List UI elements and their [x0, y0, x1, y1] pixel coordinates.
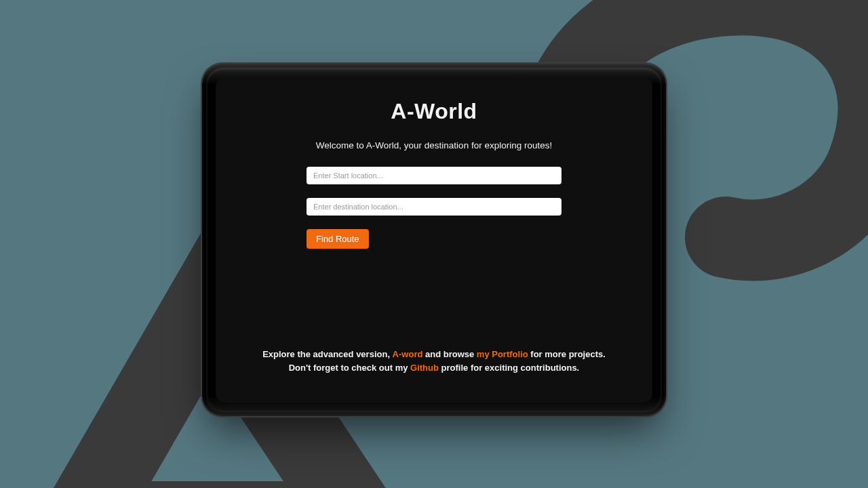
page-title: A-World — [391, 99, 477, 124]
app-screen: A-World Welcome to A-World, your destina… — [216, 77, 652, 403]
link-aword[interactable]: A-word — [393, 349, 423, 359]
tablet-frame: A-World Welcome to A-World, your destina… — [202, 64, 666, 416]
footer-text-segment: Don't forget to check out my — [289, 363, 410, 373]
link-portfolio[interactable]: my Portfolio — [477, 349, 528, 359]
find-route-button[interactable]: Find Route — [307, 229, 369, 249]
footer-text-segment: profile for exciting contributions. — [439, 363, 579, 373]
footer-text: Explore the advanced version, A-word and… — [216, 348, 652, 374]
footer-text-segment: for more projects. — [528, 349, 606, 359]
route-form: Find Route — [307, 167, 561, 249]
link-github[interactable]: Github — [410, 363, 439, 373]
start-location-input[interactable] — [307, 167, 561, 184]
page-subtitle: Welcome to A-World, your destination for… — [316, 140, 552, 150]
footer-text-segment: and browse — [422, 349, 476, 359]
destination-location-input[interactable] — [307, 198, 561, 216]
footer-text-segment: Explore the advanced version, — [262, 349, 392, 359]
